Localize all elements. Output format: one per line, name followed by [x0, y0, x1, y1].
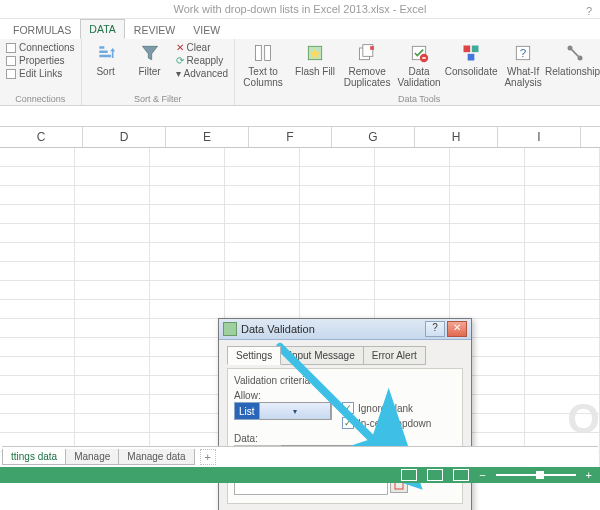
worksheet[interactable]: C D E F G H I Data Validation ? ✕ Settin…	[0, 127, 600, 483]
chevron-down-icon[interactable]: ▾	[259, 402, 331, 420]
cell[interactable]	[525, 357, 600, 375]
formula-bar[interactable]	[0, 106, 600, 127]
zoom-out-icon[interactable]: −	[479, 469, 485, 481]
close-icon[interactable]: ✕	[447, 321, 467, 337]
cell[interactable]	[225, 262, 300, 280]
sheet-tab[interactable]: ttings data	[2, 449, 66, 465]
cell[interactable]	[375, 186, 450, 204]
cell[interactable]	[75, 319, 150, 337]
filter-button[interactable]: Filter	[132, 42, 168, 77]
remove-duplicates-button[interactable]: Remove Duplicates	[345, 42, 389, 88]
ignore-blank-checkbox[interactable]: ✓Ignore blank	[342, 402, 431, 414]
cell[interactable]	[0, 338, 75, 356]
cell[interactable]	[375, 167, 450, 185]
cell[interactable]	[150, 262, 225, 280]
cell[interactable]	[150, 338, 225, 356]
cmd-advanced[interactable]: ▾Advanced	[176, 68, 228, 80]
cell[interactable]	[300, 300, 375, 318]
cell[interactable]	[225, 148, 300, 166]
cell[interactable]	[150, 395, 225, 413]
cell[interactable]	[0, 243, 75, 261]
whatif-button[interactable]: ? What-If Analysis	[501, 42, 545, 88]
cell[interactable]	[150, 148, 225, 166]
allow-combo[interactable]: List ▾	[234, 402, 332, 420]
cell[interactable]	[300, 167, 375, 185]
cell[interactable]	[300, 262, 375, 280]
cell[interactable]	[225, 243, 300, 261]
tab-review[interactable]: REVIEW	[125, 20, 184, 39]
cell[interactable]	[225, 186, 300, 204]
zoom-in-icon[interactable]: +	[586, 469, 592, 481]
cell[interactable]	[225, 224, 300, 242]
sheet-tab[interactable]: Manage data	[118, 449, 194, 465]
cell[interactable]	[375, 224, 450, 242]
cell[interactable]	[75, 262, 150, 280]
cell[interactable]	[525, 224, 600, 242]
cmd-reapply[interactable]: ⟳Reapply	[176, 55, 228, 67]
cell[interactable]	[300, 148, 375, 166]
cell[interactable]	[0, 357, 75, 375]
cell[interactable]	[450, 243, 525, 261]
view-normal-icon[interactable]	[401, 469, 417, 481]
cell[interactable]	[450, 262, 525, 280]
cell[interactable]	[525, 148, 600, 166]
cell[interactable]	[75, 376, 150, 394]
tab-view[interactable]: VIEW	[184, 20, 229, 39]
cell[interactable]	[300, 205, 375, 223]
cell[interactable]	[150, 319, 225, 337]
cell[interactable]	[0, 414, 75, 432]
cmd-edit-links[interactable]: Edit Links	[6, 68, 75, 80]
tab-data[interactable]: DATA	[80, 19, 124, 39]
cmd-clear[interactable]: ✕Clear	[176, 42, 228, 54]
cmd-connections[interactable]: Connections	[6, 42, 75, 54]
tab-settings[interactable]: Settings	[227, 346, 281, 365]
col-header[interactable]: C	[0, 127, 83, 147]
cell[interactable]	[525, 376, 600, 394]
cell[interactable]	[150, 224, 225, 242]
cell[interactable]	[150, 243, 225, 261]
cell[interactable]	[525, 205, 600, 223]
cell[interactable]	[0, 224, 75, 242]
cell[interactable]	[225, 281, 300, 299]
zoom-slider[interactable]	[496, 474, 576, 476]
col-header[interactable]: G	[332, 127, 415, 147]
cell[interactable]	[75, 338, 150, 356]
help-icon[interactable]: ?	[586, 2, 592, 20]
cell[interactable]	[300, 186, 375, 204]
cell[interactable]	[0, 262, 75, 280]
cell[interactable]	[150, 167, 225, 185]
cell[interactable]	[75, 224, 150, 242]
cell[interactable]	[75, 300, 150, 318]
cell[interactable]	[525, 243, 600, 261]
cell[interactable]	[75, 395, 150, 413]
col-header[interactable]: E	[166, 127, 249, 147]
cell[interactable]	[450, 186, 525, 204]
relationships-button[interactable]: Relationships	[553, 42, 597, 77]
cell[interactable]	[450, 281, 525, 299]
text-to-columns-button[interactable]: Text to Columns	[241, 42, 285, 88]
cell[interactable]	[0, 186, 75, 204]
cell[interactable]	[75, 243, 150, 261]
cell[interactable]	[225, 300, 300, 318]
cell[interactable]	[525, 319, 600, 337]
view-layout-icon[interactable]	[427, 469, 443, 481]
flash-fill-button[interactable]: Flash Fill	[293, 42, 337, 77]
cell[interactable]	[225, 205, 300, 223]
new-sheet-button[interactable]: +	[200, 449, 216, 465]
tab-formulas[interactable]: FORMULAS	[4, 20, 80, 39]
tab-error-alert[interactable]: Error Alert	[363, 346, 426, 365]
cell[interactable]	[450, 205, 525, 223]
consolidate-button[interactable]: Consolidate	[449, 42, 493, 77]
cell[interactable]	[525, 281, 600, 299]
cell[interactable]	[150, 281, 225, 299]
col-header[interactable]: H	[415, 127, 498, 147]
view-break-icon[interactable]	[453, 469, 469, 481]
cell[interactable]	[75, 414, 150, 432]
cell[interactable]	[450, 167, 525, 185]
cell[interactable]	[0, 167, 75, 185]
cell[interactable]	[525, 186, 600, 204]
cell[interactable]	[375, 148, 450, 166]
cell[interactable]	[525, 262, 600, 280]
cell[interactable]	[75, 148, 150, 166]
cell[interactable]	[300, 281, 375, 299]
